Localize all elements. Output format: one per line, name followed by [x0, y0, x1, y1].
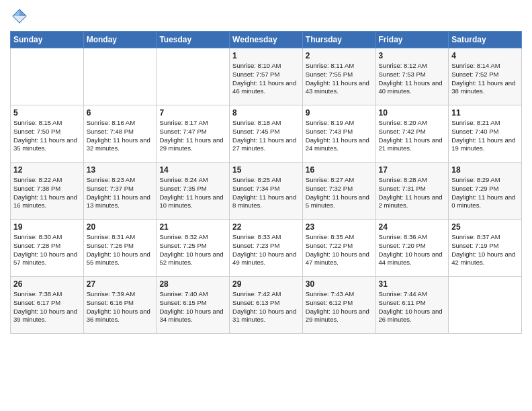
- day-cell: 11Sunrise: 8:21 AM Sunset: 7:40 PM Dayli…: [449, 105, 522, 163]
- day-info: Sunrise: 8:24 AM Sunset: 7:35 PM Dayligh…: [159, 176, 226, 210]
- logo-icon: [10, 7, 29, 26]
- week-row-3: 12Sunrise: 8:22 AM Sunset: 7:38 PM Dayli…: [11, 163, 522, 220]
- day-cell: 10Sunrise: 8:20 AM Sunset: 7:42 PM Dayli…: [375, 105, 449, 163]
- day-cell: 26Sunrise: 7:38 AM Sunset: 6:17 PM Dayli…: [11, 277, 84, 334]
- day-cell: 13Sunrise: 8:23 AM Sunset: 7:37 PM Dayli…: [83, 163, 157, 220]
- day-cell: 20Sunrise: 8:31 AM Sunset: 7:26 PM Dayli…: [83, 220, 157, 277]
- day-number: 25: [451, 222, 519, 232]
- day-info: Sunrise: 8:16 AM Sunset: 7:48 PM Dayligh…: [87, 119, 154, 153]
- day-cell: 1Sunrise: 8:10 AM Sunset: 7:57 PM Daylig…: [230, 48, 303, 105]
- day-cell: 12Sunrise: 8:22 AM Sunset: 7:38 PM Dayli…: [11, 163, 84, 220]
- day-number: 21: [159, 222, 226, 232]
- day-info: Sunrise: 8:30 AM Sunset: 7:28 PM Dayligh…: [13, 233, 81, 267]
- day-info: Sunrise: 7:43 AM Sunset: 6:12 PM Dayligh…: [306, 290, 373, 324]
- day-info: Sunrise: 8:29 AM Sunset: 7:29 PM Dayligh…: [451, 176, 519, 210]
- day-info: Sunrise: 8:19 AM Sunset: 7:43 PM Dayligh…: [306, 119, 373, 153]
- day-number: 17: [379, 165, 446, 175]
- week-row-4: 19Sunrise: 8:30 AM Sunset: 7:28 PM Dayli…: [11, 220, 522, 277]
- day-cell: 8Sunrise: 8:18 AM Sunset: 7:45 PM Daylig…: [230, 105, 303, 163]
- day-number: 15: [232, 165, 300, 175]
- day-info: Sunrise: 8:14 AM Sunset: 7:52 PM Dayligh…: [451, 62, 519, 96]
- page-header: [10, 7, 522, 26]
- day-number: 11: [451, 108, 519, 118]
- day-info: Sunrise: 8:18 AM Sunset: 7:45 PM Dayligh…: [232, 119, 300, 153]
- day-info: Sunrise: 8:31 AM Sunset: 7:26 PM Dayligh…: [87, 233, 154, 267]
- day-cell: 22Sunrise: 8:33 AM Sunset: 7:23 PM Dayli…: [230, 220, 303, 277]
- day-info: Sunrise: 8:33 AM Sunset: 7:23 PM Dayligh…: [232, 233, 300, 267]
- day-cell: 4Sunrise: 8:14 AM Sunset: 7:52 PM Daylig…: [449, 48, 522, 105]
- day-info: Sunrise: 8:17 AM Sunset: 7:47 PM Dayligh…: [159, 119, 226, 153]
- day-number: 22: [232, 222, 300, 232]
- day-number: 23: [306, 222, 373, 232]
- col-header-tuesday: Tuesday: [157, 32, 230, 48]
- calendar-header-row: SundayMondayTuesdayWednesdayThursdayFrid…: [11, 32, 522, 48]
- col-header-saturday: Saturday: [449, 32, 522, 48]
- day-number: 13: [87, 165, 154, 175]
- day-cell: 17Sunrise: 8:28 AM Sunset: 7:31 PM Dayli…: [375, 163, 449, 220]
- day-cell: 21Sunrise: 8:32 AM Sunset: 7:25 PM Dayli…: [157, 220, 230, 277]
- day-number: 20: [87, 222, 154, 232]
- day-info: Sunrise: 8:11 AM Sunset: 7:55 PM Dayligh…: [306, 62, 373, 96]
- day-number: 2: [306, 51, 373, 60]
- day-info: Sunrise: 7:39 AM Sunset: 6:16 PM Dayligh…: [87, 290, 154, 324]
- col-header-monday: Monday: [83, 32, 157, 48]
- day-info: Sunrise: 8:36 AM Sunset: 7:20 PM Dayligh…: [379, 233, 446, 267]
- day-info: Sunrise: 8:10 AM Sunset: 7:57 PM Dayligh…: [232, 62, 300, 96]
- day-cell: 3Sunrise: 8:12 AM Sunset: 7:53 PM Daylig…: [375, 48, 449, 105]
- day-cell: 16Sunrise: 8:27 AM Sunset: 7:32 PM Dayli…: [302, 163, 375, 220]
- day-info: Sunrise: 8:28 AM Sunset: 7:31 PM Dayligh…: [379, 176, 446, 210]
- day-cell: 23Sunrise: 8:35 AM Sunset: 7:22 PM Dayli…: [302, 220, 375, 277]
- day-cell: [83, 48, 157, 105]
- week-row-2: 5Sunrise: 8:15 AM Sunset: 7:50 PM Daylig…: [11, 105, 522, 163]
- week-row-5: 26Sunrise: 7:38 AM Sunset: 6:17 PM Dayli…: [11, 277, 522, 334]
- day-info: Sunrise: 8:32 AM Sunset: 7:25 PM Dayligh…: [159, 233, 226, 267]
- col-header-sunday: Sunday: [11, 32, 84, 48]
- day-number: 24: [379, 222, 446, 232]
- day-info: Sunrise: 8:20 AM Sunset: 7:42 PM Dayligh…: [379, 119, 446, 153]
- day-info: Sunrise: 7:40 AM Sunset: 6:15 PM Dayligh…: [159, 290, 226, 324]
- day-number: 27: [87, 279, 154, 289]
- day-cell: 7Sunrise: 8:17 AM Sunset: 7:47 PM Daylig…: [157, 105, 230, 163]
- day-info: Sunrise: 8:15 AM Sunset: 7:50 PM Dayligh…: [13, 119, 81, 153]
- day-info: Sunrise: 8:23 AM Sunset: 7:37 PM Dayligh…: [87, 176, 154, 210]
- day-cell: 6Sunrise: 8:16 AM Sunset: 7:48 PM Daylig…: [83, 105, 157, 163]
- day-info: Sunrise: 8:21 AM Sunset: 7:40 PM Dayligh…: [451, 119, 519, 153]
- calendar-table: SundayMondayTuesdayWednesdayThursdayFrid…: [10, 31, 522, 334]
- day-number: 1: [232, 51, 300, 60]
- col-header-friday: Friday: [375, 32, 449, 48]
- day-info: Sunrise: 8:12 AM Sunset: 7:53 PM Dayligh…: [379, 62, 446, 96]
- day-cell: 2Sunrise: 8:11 AM Sunset: 7:55 PM Daylig…: [302, 48, 375, 105]
- day-number: 4: [451, 51, 519, 60]
- day-cell: 27Sunrise: 7:39 AM Sunset: 6:16 PM Dayli…: [83, 277, 157, 334]
- day-number: 18: [451, 165, 519, 175]
- day-cell: 29Sunrise: 7:42 AM Sunset: 6:13 PM Dayli…: [230, 277, 303, 334]
- day-number: 12: [13, 165, 81, 175]
- day-number: 31: [379, 279, 446, 289]
- day-cell: [449, 277, 522, 334]
- day-number: 9: [306, 108, 373, 118]
- day-info: Sunrise: 7:38 AM Sunset: 6:17 PM Dayligh…: [13, 290, 81, 324]
- day-number: 8: [232, 108, 300, 118]
- day-cell: 14Sunrise: 8:24 AM Sunset: 7:35 PM Dayli…: [157, 163, 230, 220]
- logo: [10, 7, 32, 26]
- day-number: 26: [13, 279, 81, 289]
- col-header-thursday: Thursday: [302, 32, 375, 48]
- day-cell: 9Sunrise: 8:19 AM Sunset: 7:43 PM Daylig…: [302, 105, 375, 163]
- day-info: Sunrise: 8:35 AM Sunset: 7:22 PM Dayligh…: [306, 233, 373, 267]
- day-info: Sunrise: 8:27 AM Sunset: 7:32 PM Dayligh…: [306, 176, 373, 210]
- day-info: Sunrise: 7:44 AM Sunset: 6:11 PM Dayligh…: [379, 290, 446, 324]
- day-info: Sunrise: 7:42 AM Sunset: 6:13 PM Dayligh…: [232, 290, 300, 324]
- day-info: Sunrise: 8:25 AM Sunset: 7:34 PM Dayligh…: [232, 176, 300, 210]
- day-cell: 18Sunrise: 8:29 AM Sunset: 7:29 PM Dayli…: [449, 163, 522, 220]
- day-number: 10: [379, 108, 446, 118]
- day-cell: 15Sunrise: 8:25 AM Sunset: 7:34 PM Dayli…: [230, 163, 303, 220]
- day-cell: 31Sunrise: 7:44 AM Sunset: 6:11 PM Dayli…: [375, 277, 449, 334]
- day-number: 16: [306, 165, 373, 175]
- day-number: 5: [13, 108, 81, 118]
- day-cell: 24Sunrise: 8:36 AM Sunset: 7:20 PM Dayli…: [375, 220, 449, 277]
- week-row-1: 1Sunrise: 8:10 AM Sunset: 7:57 PM Daylig…: [11, 48, 522, 105]
- day-number: 6: [87, 108, 154, 118]
- day-number: 19: [13, 222, 81, 232]
- day-number: 14: [159, 165, 226, 175]
- col-header-wednesday: Wednesday: [230, 32, 303, 48]
